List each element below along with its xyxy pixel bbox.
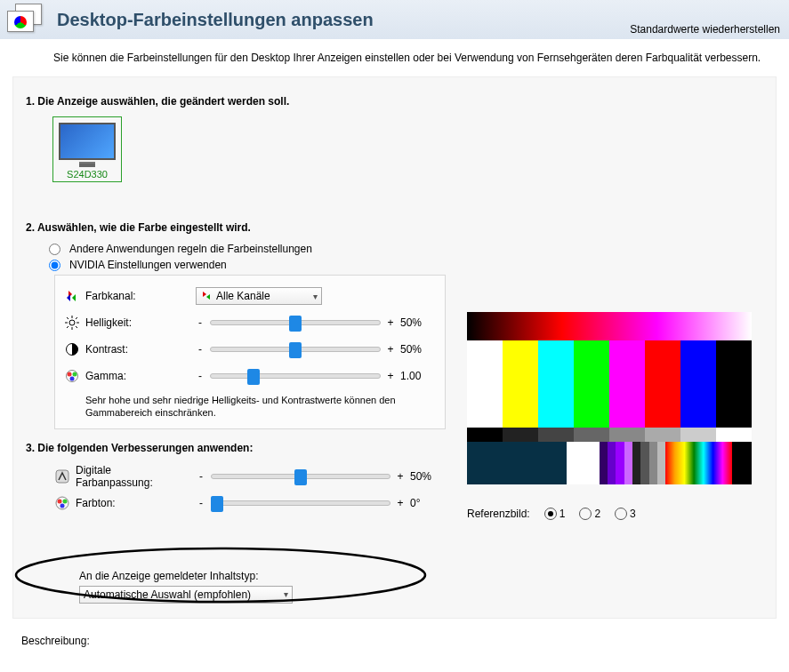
plus-label: + [386,316,395,329]
reference-lower [467,442,752,484]
chevron-down-icon: ▾ [284,589,288,599]
hue-icon [54,495,70,511]
contrast-icon [64,341,80,357]
channel-label: Farbkanal: [85,290,190,302]
gray-ramp [467,428,752,442]
brightness-icon [64,315,80,331]
brightness-label: Helligkeit: [85,316,190,329]
svg-marker-1 [72,294,76,301]
radio-other-apps[interactable]: Andere Anwendungen regeln die Farbeinste… [49,243,763,255]
display-selector[interactable]: S24D330 [52,116,122,182]
svg-point-18 [70,377,75,381]
svg-line-12 [76,317,77,319]
gamma-label: Gamma: [85,370,190,382]
reference-radio-1[interactable]: 1 [544,508,566,520]
step2-title: 2. Auswählen, wie die Farbe eingestellt … [26,221,763,234]
gamma-icon [64,368,80,384]
intro-text: Sie können die Farbeinstellungen für den… [0,41,789,68]
color-settings-panel: Farbkanal: Alle Kanäle ▾ [54,275,446,429]
hue-slider[interactable] [211,500,390,506]
vibrance-slider[interactable] [211,474,390,479]
channel-icon [64,288,80,304]
description-label: Beschreibung: [21,635,773,647]
radio-other-label: Andere Anwendungen regeln die Farbeinste… [69,243,312,255]
radio-nvidia-label: NVIDIA Einstellungen verwenden [69,259,227,271]
minus-label: - [196,316,205,329]
reference-panel: Referenzbild: 1 2 3 [467,312,752,520]
display-name: S24D330 [59,169,116,180]
brightness-value: 50% [400,316,436,329]
svg-point-21 [58,499,62,503]
svg-line-11 [76,326,77,328]
brightness-slider[interactable] [210,320,381,325]
svg-marker-4 [206,294,210,300]
content-type-dropdown[interactable]: Automatische Auswahl (empfohlen) ▾ [79,586,293,604]
channel-icon [200,290,213,302]
app-icon [7,4,44,36]
contrast-label: Kontrast: [85,343,190,356]
hue-label: Farbton: [76,497,191,509]
gamma-value: 1.00 [400,370,436,382]
content-type-label: An die Anzeige gemeldeter Inhaltstyp: [79,570,763,582]
gamma-slider[interactable] [210,373,381,379]
gamma-note: Sehr hohe und sehr niedrige Helligkeits-… [85,395,397,420]
reference-radio-2[interactable]: 2 [579,508,600,520]
main-panel: 1. Die Anzeige auswählen, die geändert w… [12,76,777,619]
reference-gradient [467,312,752,340]
header: Desktop-Farbeinstellungen anpassen Stand… [0,0,789,41]
monitor-icon [59,123,116,160]
vibrance-value: 50% [410,470,446,483]
channel-value: Alle Kanäle [216,290,270,302]
contrast-slider[interactable] [210,347,381,352]
restore-defaults-link[interactable]: Standardwerte wiederherstellen [630,23,780,36]
color-bars [467,340,752,428]
svg-marker-3 [203,292,206,297]
svg-line-13 [67,326,68,328]
vibrance-icon [54,468,70,484]
chevron-down-icon: ▾ [313,292,318,301]
channel-dropdown[interactable]: Alle Kanäle ▾ [196,287,322,305]
reference-label: Referenzbild: [467,508,530,520]
step1-title: 1. Die Anzeige auswählen, die geändert w… [26,95,763,108]
page-title: Desktop-Farbeinstellungen anpassen [57,10,374,30]
svg-point-5 [69,320,75,325]
content-type-value: Automatische Auswahl (empfohlen) [84,588,251,601]
svg-point-22 [63,499,68,503]
contrast-value: 50% [400,343,436,356]
reference-radio-3[interactable]: 3 [615,508,636,520]
svg-point-16 [68,372,72,377]
vibrance-label: Digitale Farbanpassung: [76,464,191,489]
hue-value: 0° [410,497,446,509]
svg-point-23 [60,503,65,508]
svg-line-10 [67,317,68,319]
radio-nvidia[interactable]: NVIDIA Einstellungen verwenden [49,259,763,271]
svg-point-17 [73,372,77,377]
